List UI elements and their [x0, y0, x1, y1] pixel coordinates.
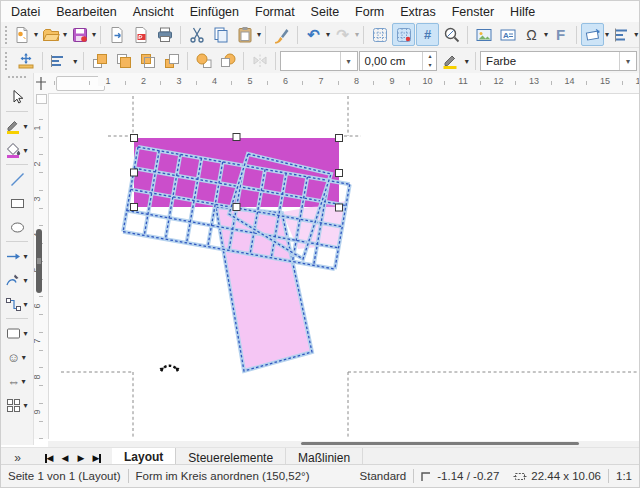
fontwork-button[interactable]: F — [549, 23, 572, 46]
bring-to-front-button[interactable] — [88, 50, 111, 73]
insert-line-button[interactable] — [2, 167, 32, 191]
align-button[interactable] — [47, 50, 70, 73]
special-character-button[interactable]: Ω — [520, 23, 543, 46]
new-document-button[interactable] — [10, 23, 33, 46]
redo-button[interactable]: ↷ — [331, 23, 354, 46]
connectors-dropdown[interactable]: ▾ — [22, 294, 29, 315]
copy-button[interactable] — [209, 23, 232, 46]
align-dropdown[interactable]: ▾ — [71, 51, 80, 72]
ellipse-button[interactable] — [2, 215, 32, 239]
export-pdf-button[interactable] — [129, 23, 152, 46]
save-button[interactable] — [68, 23, 91, 46]
transformations-dropdown[interactable]: ▾ — [605, 24, 609, 45]
splitter-handle[interactable] — [36, 229, 42, 293]
line-style-combobox[interactable]: ▾ — [280, 51, 357, 71]
open-button[interactable] — [39, 23, 62, 46]
lines-and-arrows-dropdown[interactable]: ▾ — [22, 246, 29, 267]
snap-guides-button[interactable]: # — [416, 23, 439, 46]
spin-up-icon[interactable]: ▴ — [423, 52, 436, 61]
menu-item[interactable]: Extras — [392, 2, 443, 22]
menu-item[interactable]: Format — [247, 2, 303, 22]
menu-item[interactable]: Ansicht — [125, 2, 182, 22]
menu-item[interactable]: Fenster — [444, 2, 502, 22]
undo-dropdown[interactable]: ▾ — [326, 24, 330, 45]
menu-item[interactable]: Bearbeiten — [48, 2, 124, 22]
block-arrows-button[interactable]: ⇔ ▾ — [2, 369, 32, 393]
selection-info[interactable]: Form im Kreis anordnen (150,52°) — [129, 470, 317, 482]
menu-item[interactable]: Einfügen — [182, 2, 247, 22]
redo-dropdown[interactable]: ▾ — [355, 24, 359, 45]
line-color-dropdown[interactable]: ▾ — [462, 51, 471, 72]
menu-item[interactable]: Datei — [3, 2, 48, 22]
first-page-button[interactable]: ◀ — [42, 453, 56, 463]
symbol-shapes-button[interactable]: ☺ ▾ — [2, 345, 32, 369]
line-color-button[interactable]: ▾ — [2, 114, 32, 138]
line-color-dropdown[interactable]: ▾ — [22, 116, 29, 137]
lines-and-arrows-button[interactable]: ▾ — [2, 244, 32, 268]
toolbar-grip[interactable] — [8, 76, 26, 83]
zoom-button[interactable] — [440, 23, 463, 46]
send-to-back-button[interactable] — [160, 50, 183, 73]
chevron-down-icon[interactable]: ▾ — [619, 52, 636, 70]
display-grid-button[interactable] — [368, 23, 391, 46]
snap-to-grid-button[interactable] — [392, 23, 415, 46]
clone-formatting-button[interactable] — [270, 23, 293, 46]
scrollbar-thumb[interactable] — [301, 442, 579, 445]
chevron-down-icon[interactable]: ▾ — [340, 52, 357, 70]
curves-and-polygons-button[interactable]: ▾ — [2, 268, 32, 292]
line-color-button[interactable] — [438, 50, 461, 73]
insert-textbox-button[interactable]: A — [496, 23, 519, 46]
open-dropdown[interactable]: ▾ — [63, 24, 67, 45]
previous-page-button[interactable]: ◀ — [58, 453, 72, 463]
print-button[interactable] — [153, 23, 176, 46]
position-icon — [421, 471, 433, 482]
toolbar-grip[interactable] — [5, 52, 12, 70]
cursor-position-status[interactable]: -1.14 / -0.27 — [414, 470, 506, 482]
undo-button[interactable]: ↶ — [302, 23, 325, 46]
basic-shapes-button[interactable]: ▾ — [2, 321, 32, 345]
fill-color-dropdown[interactable]: ▾ — [22, 140, 29, 161]
page-canvas[interactable] — [48, 93, 639, 439]
in-front-of-object-button[interactable] — [192, 50, 215, 73]
basic-shapes-dropdown[interactable]: ▾ — [22, 323, 29, 344]
paste-button[interactable] — [233, 23, 256, 46]
template-status[interactable]: Standard — [353, 470, 414, 482]
block-arrows-dropdown[interactable]: ▾ — [20, 371, 27, 392]
save-dropdown[interactable]: ▾ — [92, 24, 96, 45]
bring-forward-button[interactable] — [112, 50, 135, 73]
last-page-button[interactable]: ▶ — [90, 453, 104, 463]
export-button[interactable] — [105, 23, 128, 46]
connectors-button[interactable]: ▾ — [2, 292, 32, 316]
fill-color-button[interactable]: ▾ — [2, 138, 32, 162]
next-page-button[interactable]: ▶ — [74, 453, 88, 463]
symbol-shapes-dropdown[interactable]: ▾ — [20, 347, 27, 368]
special-character-dropdown[interactable]: ▾ — [544, 24, 548, 45]
zoom-factor-status[interactable]: 1:1 — [609, 470, 639, 482]
behind-object-button[interactable] — [216, 50, 239, 73]
spin-down-icon[interactable]: ▾ — [423, 61, 436, 70]
select-button[interactable] — [2, 85, 32, 109]
curves-and-polygons-dropdown[interactable]: ▾ — [22, 270, 29, 291]
reverse-button[interactable] — [248, 50, 271, 73]
area-style-combobox[interactable]: Farbe ▾ — [480, 51, 637, 71]
menu-item[interactable]: Seite — [303, 2, 348, 22]
cut-button[interactable] — [185, 23, 208, 46]
paste-dropdown[interactable]: ▾ — [257, 24, 261, 45]
transformations-button[interactable] — [581, 23, 604, 46]
flowchart-button[interactable]: ▾ — [2, 393, 32, 417]
page-status[interactable]: Seite 1 von 1 (Layout) — [1, 470, 128, 482]
insert-image-button[interactable] — [472, 23, 495, 46]
position-size-button[interactable] — [15, 50, 38, 73]
new-document-dropdown[interactable]: ▾ — [34, 24, 38, 45]
separator — [6, 164, 28, 165]
align-objects-button[interactable] — [610, 23, 633, 46]
rectangle-button[interactable] — [2, 191, 32, 215]
flowchart-dropdown[interactable]: ▾ — [22, 395, 29, 416]
object-size-status[interactable]: 22.44 x 10.06 — [506, 470, 608, 482]
menu-item[interactable]: Form — [347, 2, 392, 22]
send-backward-button[interactable] — [136, 50, 159, 73]
menu-item[interactable]: Hilfe — [502, 2, 543, 22]
align-objects-dropdown[interactable]: ▾ — [634, 24, 638, 45]
line-width-spinner[interactable]: 0,00 cm ▴ ▾ — [359, 51, 438, 71]
toolbar-grip[interactable] — [5, 26, 7, 44]
